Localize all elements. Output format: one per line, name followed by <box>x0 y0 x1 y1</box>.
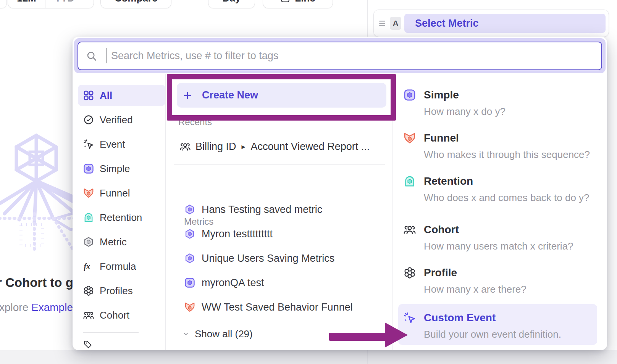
metrics-section-label: Metrics <box>184 216 213 227</box>
day-label: Day <box>223 0 241 4</box>
sidebar-item-retention[interactable]: Retention <box>78 207 165 228</box>
type-custom-event[interactable]: Custom Event Build your own event defini… <box>403 311 602 341</box>
sidebar-item-label: Profiles <box>100 285 133 297</box>
metric-list-item[interactable]: WW Test Saved Behavior Funnel <box>184 300 353 315</box>
select-metric-chip[interactable]: Select Metric <box>404 14 606 33</box>
range-12m-button[interactable]: 12M <box>8 0 45 8</box>
metric-picker-modal: All Verified Event Simple <box>73 37 607 350</box>
search-field[interactable] <box>78 42 602 70</box>
chevron-down-icon <box>78 0 84 2</box>
sidebar-item-profiles[interactable]: Profiles <box>78 280 165 301</box>
saved-metric-icon <box>184 228 195 240</box>
metric-list-item[interactable]: myronQA test <box>184 275 264 290</box>
type-simple[interactable]: Simple How many x do y? <box>403 89 602 118</box>
date-range-segment[interactable]: 12M YTD <box>8 0 94 8</box>
plus-icon <box>183 91 192 100</box>
recent-item-secondary: Account Viewed Report ... <box>251 141 370 153</box>
type-profile[interactable]: Profile How many x are there? <box>403 266 602 296</box>
retention-icon <box>83 212 94 223</box>
drag-handle-icon[interactable] <box>378 19 387 28</box>
cohort-people-icon <box>403 223 416 236</box>
type-title: Cohort <box>424 223 573 236</box>
formula-fx-icon: fx <box>83 261 94 272</box>
sidebar-item-label: Retention <box>100 212 142 224</box>
sidebar-item-label: Simple <box>100 163 130 175</box>
recent-item[interactable]: Billing ID ▸ Account Viewed Report ... <box>179 139 370 154</box>
chevron-down-icon <box>183 330 189 337</box>
breadcrumb-arrow: ▸ <box>242 142 246 151</box>
sidebar-item-label: Cohort <box>100 309 129 321</box>
type-desc: Build your own event definition. <box>424 328 561 341</box>
type-desc: Who makes it through this sequence? <box>424 148 590 161</box>
sidebar-item-funnel[interactable]: Funnel <box>78 182 165 204</box>
recents-metrics-divider <box>174 164 385 165</box>
page-background-strip <box>0 350 617 364</box>
type-desc: How many users match x criteria? <box>424 240 573 253</box>
funnel-icon <box>403 132 416 145</box>
range-12m-label: 12M <box>17 0 36 4</box>
type-title: Funnel <box>424 132 590 145</box>
recent-item-primary: Billing ID <box>195 141 236 153</box>
type-cohort[interactable]: Cohort How many users match x criteria? <box>403 223 602 253</box>
metric-list-item[interactable]: Unique Users Saving Metrics <box>184 251 334 266</box>
metric-item-label: Hans Testing saved metric <box>202 204 322 216</box>
metric-row-badge: A <box>390 17 401 30</box>
simple-metric-icon <box>403 89 416 101</box>
grid-icon <box>83 90 94 101</box>
custom-event-icon <box>403 311 416 324</box>
compare-label: Compare <box>115 0 158 4</box>
recents-section-label: Recents <box>178 117 212 127</box>
sidebar-item-all[interactable]: All <box>78 85 165 106</box>
show-all-button[interactable]: Show all (29) <box>183 326 253 341</box>
select-metric-label: Select Metric <box>415 18 479 29</box>
metric-list-item[interactable]: Myron testtttttttt <box>184 226 273 242</box>
sidebar-item-clipped[interactable] <box>83 340 93 350</box>
sidebar-item-verified[interactable]: Verified <box>78 109 165 130</box>
event-cursor-icon <box>83 139 94 150</box>
sidebar-item-formula[interactable]: fx Formula <box>78 256 165 277</box>
retention-icon <box>403 175 416 188</box>
simple-metric-icon <box>184 277 195 288</box>
type-retention[interactable]: Retention Who does x and comes back to d… <box>403 175 602 204</box>
metric-hexagon-icon <box>83 236 94 248</box>
sidebar-item-metric[interactable]: Metric <box>78 231 165 253</box>
create-new-button[interactable]: Create New <box>177 83 386 108</box>
create-new-label: Create New <box>202 89 258 101</box>
metric-row-card: A Select Metric <box>373 10 609 37</box>
saved-metric-icon <box>184 253 195 264</box>
type-funnel[interactable]: Funnel Who makes it through this sequenc… <box>403 132 602 161</box>
sidebar-item-cohort[interactable]: Cohort <box>78 304 165 326</box>
verified-badge-icon <box>83 114 94 126</box>
range-ytd-button[interactable]: YTD <box>45 0 94 8</box>
sidebar-item-label: Event <box>100 139 125 150</box>
profiles-flower-icon <box>403 266 416 279</box>
funnel-icon <box>83 187 94 199</box>
sidebar-item-simple[interactable]: Simple <box>78 158 165 179</box>
funnel-icon <box>184 301 195 313</box>
profiles-flower-icon <box>83 285 94 296</box>
search-input[interactable] <box>78 42 601 69</box>
sidebar-item-label: Metric <box>100 236 127 248</box>
chart-type-line-button[interactable]: Line <box>263 0 333 8</box>
metric-list-item[interactable]: Hans Testing saved metric <box>184 202 322 217</box>
toolbar-prev-button[interactable] <box>0 0 7 8</box>
tag-icon <box>83 340 93 350</box>
type-title: Simple <box>424 89 506 101</box>
simple-metric-icon <box>83 163 94 174</box>
show-all-label: Show all (29) <box>195 328 253 340</box>
app-window: 12M YTD Compare Day Line A Select Metric <box>0 0 617 364</box>
sidebar-item-event[interactable]: Event <box>78 134 165 155</box>
compare-button[interactable]: Compare <box>100 0 171 8</box>
type-title: Custom Event <box>424 311 561 324</box>
metric-item-label: Myron testtttttttt <box>202 228 273 240</box>
type-title: Profile <box>424 266 527 279</box>
explore-prefix: xplore <box>0 301 31 313</box>
cohort-people-icon <box>179 141 191 152</box>
svg-text:fx: fx <box>84 262 90 271</box>
type-desc: Who does x and comes back to do y? <box>424 191 590 204</box>
saved-metric-icon <box>184 204 195 215</box>
granularity-day-button[interactable]: Day <box>208 0 255 8</box>
type-desc: How many x are there? <box>424 283 527 296</box>
metric-item-label: Unique Users Saving Metrics <box>202 253 334 264</box>
sidebar-divider <box>165 74 166 350</box>
